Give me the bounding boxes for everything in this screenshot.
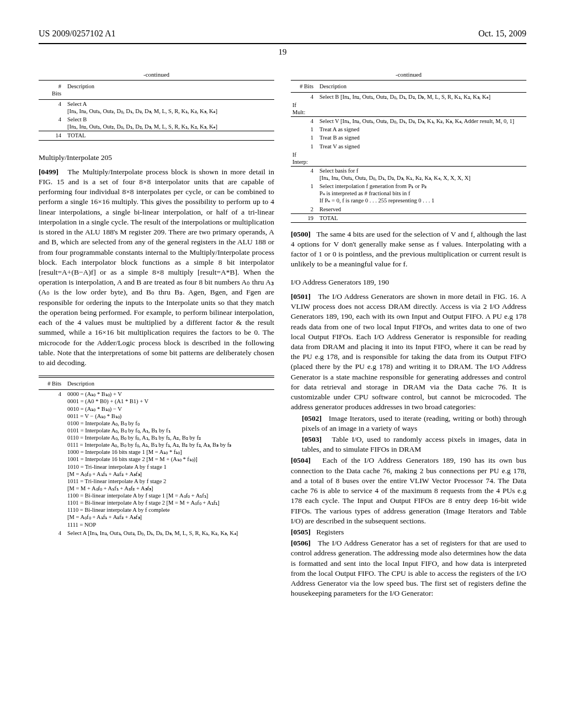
bits-cell: 4	[39, 99, 66, 115]
opcode-line: 1011 = Tri-linear interpolate A by f sta…	[67, 478, 273, 485]
opcode-line: 0110 = Interpolate A₀, B₀ by f₀, A₁, B₁ …	[67, 434, 273, 441]
col-header: Description	[66, 378, 274, 390]
section-heading: Multiply/Interpolate 205	[39, 153, 274, 163]
para-text: Registers	[316, 528, 344, 536]
para-number: [0506]	[291, 539, 311, 547]
col-header: # Bits	[39, 378, 66, 390]
para-number: [0502]	[302, 414, 322, 422]
opcode-line: [M = A₀f₀ + A₁f₁ + A₂f₂ + A₃f₃]	[67, 513, 273, 521]
opcode-line: 0010 = (A₁₀ * B₁₀) − V	[67, 405, 273, 413]
bits-cell: 4	[291, 117, 318, 126]
paragraph-0504: [0504] Each of the I/O Address Generator…	[291, 456, 526, 526]
para-number: [0501]	[291, 292, 311, 301]
desc-cell: Treat A as signed	[318, 125, 526, 133]
opcode-line: 1000 = Interpolate 16 bits stage 1 [M = …	[67, 448, 273, 456]
right-column: -continued # Bits Description 4 Select B…	[291, 71, 526, 600]
opcode-line: 0011 = V − (A₁₀ * B₁₀)	[67, 413, 273, 420]
publication-date: Oct. 15, 2009	[478, 28, 526, 40]
table-continued-label: -continued	[291, 71, 526, 79]
opcode-select-table: #Bits Description 4 Select A [In₁, In₂, …	[39, 80, 274, 142]
bits-total: 14	[39, 131, 66, 140]
bits-cell: 4	[291, 166, 318, 182]
para-text: Image Iterators, used to iterate (readin…	[302, 414, 526, 432]
desc-cell: Select B [In₁, In₂, Out₁, Out₂, D₀, D₁, …	[318, 92, 526, 101]
para-text: The I/O Address Generators are shown in …	[291, 292, 526, 411]
col-header: #	[58, 83, 61, 89]
desc-cell: 0000 = (A₁₀ * B₁₀) + V 0001 = (A0 * B0) …	[66, 390, 274, 529]
patent-page: US 2009/0257102 A1 Oct. 15, 2009 19 -con…	[0, 0, 565, 728]
desc-cell: Treat B as signed	[318, 133, 526, 142]
para-number: [0500]	[291, 230, 311, 238]
bits-cell: 1	[291, 142, 318, 151]
paragraph-0500: [0500] The same 4 bits are used for the …	[291, 229, 526, 270]
opcode-line: 0111 = Interpolate A₀, B₀ by f₀, A₁, B₁ …	[67, 441, 273, 448]
para-text: Each of the I/O Address Generators 189, …	[291, 456, 526, 524]
col-header: Description	[318, 80, 526, 92]
para-number: [0499]	[39, 168, 58, 176]
bits-cell: 2	[291, 205, 318, 214]
bits-cell: 4	[291, 92, 318, 101]
opcode-line: 1001 = Interpolate 16 bits stage 2 [M = …	[67, 456, 273, 463]
para-text: The Multiply/Interpolate process block i…	[39, 168, 274, 367]
left-column: -continued #Bits Description 4 Select A …	[39, 71, 274, 600]
opcode-line: 0000 = (A₁₀ * B₁₀) + V	[67, 390, 273, 398]
paragraph-0503: [0503] Table I/O, used to randomly acces…	[302, 435, 526, 454]
desc-cell: Select interpolation f generation from P…	[318, 182, 526, 205]
para-number: [0503]	[302, 435, 322, 443]
opcode-line: 1100 = Bi-linear interpolate A by f stag…	[67, 492, 273, 499]
para-text: The same 4 bits are used for the selecti…	[291, 230, 526, 269]
desc-cell: Reserved	[318, 205, 526, 214]
bits-cell: 1	[291, 133, 318, 142]
col-header: Bits	[52, 90, 61, 97]
microcode-table: # Bits Description 4 0000 = (A₁₀ * B₁₀) …	[39, 376, 274, 537]
opcode-line: 1101 = Bi-linear interpolate A by f stag…	[67, 499, 273, 506]
if-mult-label: If Mult:	[291, 101, 318, 117]
para-number: [0505]	[291, 528, 311, 536]
bits-cell: 1	[291, 125, 318, 133]
desc-cell: Select A [In₁, In₂, Out₁, Out₂, D₀, D₁, …	[66, 529, 274, 537]
paragraph-0505: [0505] Registers	[291, 527, 526, 537]
col-header: Description	[66, 80, 274, 99]
paragraph-0506: [0506] The I/O Address Generator has a s…	[291, 538, 526, 598]
opcode-line: [M = A₀f₀ + A₁f₁ + A₂f₂ + A₃f₃]	[67, 470, 273, 478]
opcode-line: 1010 = Tri-linear interpolate A by f sta…	[67, 463, 273, 470]
paragraph-0501: [0501] The I/O Address Generators are sh…	[291, 292, 526, 413]
desc-cell: Select B [In₁, In₂, Out₁, Out₂, D₀, D₁, …	[66, 115, 274, 131]
page-number: 19	[39, 46, 526, 57]
page-header: US 2009/0257102 A1 Oct. 15, 2009	[39, 28, 526, 40]
para-text: Table I/O, used to randomly access pixel…	[302, 435, 526, 453]
desc-cell: Select basis for f [In₁, In₂, Out₁, Out₂…	[318, 166, 526, 182]
opcode-line: 0001 = (A0 * B0) + (A1 * B1) + V	[67, 398, 273, 405]
two-column-layout: -continued #Bits Description 4 Select A …	[39, 71, 526, 600]
desc-cell: Select A [In₁, In₂, Out₁, Out₂, D₀, D₁, …	[66, 99, 274, 115]
para-number: [0504]	[291, 456, 311, 464]
bits-total: 19	[291, 213, 318, 222]
desc-cell: Select V [In₁, In₂, Out₁, Out₂, D₀, D₁, …	[318, 117, 526, 126]
opcode-line: 0101 = Interpolate A₀, B₀ by f₀, A₁, B₁ …	[67, 427, 273, 434]
publication-number: US 2009/0257102 A1	[39, 28, 116, 40]
desc-cell: Treat V as signed	[318, 142, 526, 151]
desc-total: TOTAL	[318, 213, 526, 222]
bits-cell: 4	[39, 115, 66, 131]
opcode-line: 1110 = Bi-linear interpolate A by f comp…	[67, 506, 273, 513]
col-header: # Bits	[291, 80, 318, 92]
paragraph-0502: [0502] Image Iterators, used to iterate …	[302, 414, 526, 433]
if-interp-label: If Interp:	[291, 151, 318, 167]
bits-cell: 4	[39, 390, 66, 529]
opcode-line: 1111 = NOP	[67, 521, 273, 528]
bits-cell: 1	[291, 182, 318, 205]
desc-total: TOTAL	[66, 131, 274, 140]
table-continued-label: -continued	[39, 71, 274, 79]
bits-cell: 4	[39, 529, 66, 537]
paragraph-0499: [0499] The Multiply/Interpolate process …	[39, 167, 274, 368]
microcode-table-cont: # Bits Description 4 Select B [In₁, In₂,…	[291, 80, 526, 224]
opcode-line: [M = M + A₀f₀ + A₁f₁ + A₂f₂ + A₃f₃]	[67, 485, 273, 492]
para-text: The I/O Address Generator has a set of r…	[291, 539, 526, 597]
opcode-line: 0100 = Interpolate A₀, B₀ by f₀	[67, 420, 273, 427]
header-rule	[39, 43, 526, 44]
section-heading: I/O Address Generators 189, 190	[291, 277, 526, 287]
